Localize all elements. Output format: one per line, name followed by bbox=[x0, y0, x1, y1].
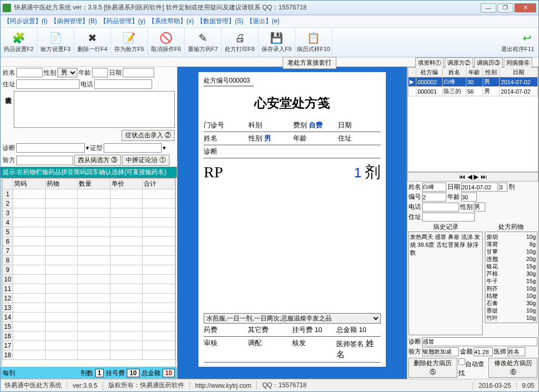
menu-exit[interactable]: 【退出】(e) bbox=[246, 17, 280, 26]
total-label: 总金额 bbox=[142, 369, 161, 378]
tool-delete-row[interactable]: ✖删除一行F4 bbox=[74, 28, 111, 57]
symptom-textarea[interactable] bbox=[14, 91, 175, 128]
status-qq: QQ：15576718 bbox=[256, 381, 306, 390]
r-dose-input[interactable] bbox=[499, 183, 507, 192]
date-input[interactable] bbox=[123, 68, 154, 77]
delete-rx-button[interactable]: 删除处方病历 ⑤ bbox=[408, 358, 457, 378]
sex-select[interactable]: 男 bbox=[57, 68, 77, 77]
hint-bar: 提示:在药物栏输药品拼音简码回车确认选择(可直接输药名) bbox=[1, 167, 177, 178]
dose-count-label: 剂数 bbox=[81, 369, 93, 378]
r-yf-input[interactable] bbox=[422, 347, 459, 356]
status-copyright: 版权所有：快易通医药软件 bbox=[103, 381, 184, 390]
yf-label: 验方 bbox=[3, 156, 15, 165]
r-name-input[interactable] bbox=[422, 183, 446, 192]
auto-search-checkbox[interactable] bbox=[458, 357, 465, 366]
r-doc-input[interactable] bbox=[507, 347, 525, 356]
window-title: 快易通中医处方系统 ver：3.9.5 [快易通系列医药软件] 软件定制或使用疑… bbox=[14, 3, 481, 12]
r-date-input[interactable] bbox=[461, 183, 498, 192]
status-url: http://www.kytrj.com bbox=[189, 382, 252, 389]
tool-print[interactable]: 🖨处方打印F8 bbox=[222, 28, 258, 57]
zheng-input[interactable] bbox=[104, 143, 162, 153]
maximize-button[interactable]: ❐ bbox=[497, 3, 513, 13]
per-dose-label: 每剂 bbox=[3, 369, 15, 378]
nav-last[interactable]: ⏭ bbox=[481, 173, 487, 180]
total-value: 10 bbox=[163, 369, 175, 377]
age-input[interactable] bbox=[92, 68, 108, 77]
status-app: 快易通中医处方系统 bbox=[5, 381, 62, 390]
nav-prev[interactable]: ◀ bbox=[467, 173, 472, 180]
close-button[interactable]: ✕ bbox=[514, 3, 536, 13]
addr-input[interactable] bbox=[16, 79, 79, 89]
tool-save-entry[interactable]: 💾保存录入F9 bbox=[258, 28, 295, 57]
tel-label: 电话 bbox=[81, 80, 93, 89]
diag-input[interactable] bbox=[16, 143, 85, 153]
symptom-label: 病史症状 bbox=[3, 91, 14, 128]
sex-label: 性别 bbox=[44, 68, 56, 77]
med-label: 处方药物 bbox=[485, 223, 537, 232]
name-input[interactable] bbox=[16, 68, 43, 77]
history-grid[interactable]: 处方编姓名年龄性别日期 ▶000002白峰30男2014-07-02 00000… bbox=[407, 67, 538, 172]
drug-grid[interactable]: 简码药物数量单价合计 1 2 3 4 5 6 7 8 9 10 11 12 13… bbox=[2, 178, 176, 367]
tool-exit[interactable]: ↩退出程序F11 bbox=[332, 28, 538, 57]
nav-first[interactable]: ⏮ bbox=[459, 173, 465, 180]
zheng-label: 证型 bbox=[90, 144, 103, 153]
tool-reenter[interactable]: ✎重输方药F7 bbox=[185, 28, 222, 57]
r-tel-input[interactable] bbox=[422, 203, 459, 212]
menu-case[interactable]: 【病例管理】(B) bbox=[51, 17, 97, 26]
tab-fill[interactable]: 填资料① bbox=[415, 57, 444, 68]
nav-next[interactable]: ▶ bbox=[474, 173, 478, 180]
addr-label: 住址 bbox=[3, 80, 15, 89]
tcm-dialectic-button[interactable]: 中辨证论治 ① bbox=[122, 155, 169, 166]
dose-count-value: 1 bbox=[95, 369, 104, 377]
yf-input[interactable] bbox=[16, 156, 73, 165]
tool-drug-settings[interactable]: 🧩药品设置F2 bbox=[1, 28, 37, 57]
tool-save-formula[interactable]: 📝存为验方F5 bbox=[111, 28, 148, 57]
table-row[interactable]: 000001陈三的56男2014-07-02 bbox=[408, 87, 538, 96]
tel-input[interactable] bbox=[94, 79, 152, 89]
prescription-sheet: 处方编号000003 心安堂处方笺 门诊号科别费别 自费日期 姓名性别 男年龄住… bbox=[198, 72, 386, 367]
rp-label: RP bbox=[204, 163, 354, 181]
symptom-click-button[interactable]: 症状点击录入 ② bbox=[122, 130, 175, 141]
status-date: 2016-03-25 bbox=[473, 382, 511, 389]
reg-fee-label: 挂号费 bbox=[106, 369, 125, 378]
status-time: 9:05 bbox=[516, 382, 534, 389]
r-age-input[interactable] bbox=[461, 193, 477, 202]
tab-recall-rx[interactable]: 调原方② bbox=[445, 57, 473, 68]
minimize-button[interactable]: — bbox=[481, 3, 496, 13]
menu-drug[interactable]: 【药品管理】(y) bbox=[100, 17, 145, 26]
menu-help[interactable]: 【系统帮助】(x) bbox=[148, 17, 194, 26]
west-select-button[interactable]: 西从病选方 ③ bbox=[74, 155, 121, 166]
r-no-input[interactable] bbox=[422, 193, 446, 202]
table-row[interactable]: ▶000002白峰30男2014-07-02 bbox=[408, 77, 538, 87]
name-label: 姓名 bbox=[3, 68, 15, 77]
app-icon bbox=[3, 4, 11, 12]
r-addr-input[interactable] bbox=[422, 213, 475, 222]
status-ver: ver:3.9.5 bbox=[67, 382, 97, 389]
hist-label: 病史记录 bbox=[408, 223, 483, 232]
reg-fee-value: 10 bbox=[127, 369, 139, 377]
r-sex-input[interactable] bbox=[474, 203, 485, 212]
tool-cancel[interactable]: 🚫取消操作F6 bbox=[148, 28, 185, 57]
instruction-select[interactable]: 水煎服,一日一剂,一日两次;忌服温燥辛发之品 bbox=[204, 313, 381, 324]
sheet-title: 心安堂处方笺 bbox=[204, 95, 381, 112]
diag-label: 诊断 bbox=[3, 144, 15, 153]
old-rx-button[interactable]: 老处方直接套打 bbox=[283, 57, 336, 69]
modify-rx-button[interactable]: 修改处方病历 ⑥ bbox=[488, 358, 537, 378]
med-list: 柴胡10g薄荷8g甘草10g连翘20g银花15g芦根30g牛子15g荆芥10g桔… bbox=[485, 232, 537, 323]
hist-text: 发热两天 感冒 鼻塞 流涕 发烧 38.6度 舌红苔黄厚 脉浮数 bbox=[408, 232, 483, 335]
tab-recall-hist[interactable]: 调病历③ bbox=[474, 57, 503, 68]
menu-sync[interactable]: 【同步设置】(t) bbox=[4, 17, 47, 26]
tool-record-style[interactable]: 📋病历式样F10 bbox=[295, 28, 332, 57]
age-label: 年龄 bbox=[78, 68, 91, 77]
menu-data[interactable]: 【数据管理】(S) bbox=[197, 17, 243, 26]
tool-formula-settings[interactable]: 📄验方设置F3 bbox=[37, 28, 74, 57]
date-label: 日期 bbox=[109, 68, 122, 77]
r-amt-input[interactable] bbox=[474, 347, 493, 356]
r-diag-input[interactable] bbox=[422, 337, 537, 346]
tab-same-disease[interactable]: 同病搜④ bbox=[504, 57, 532, 68]
